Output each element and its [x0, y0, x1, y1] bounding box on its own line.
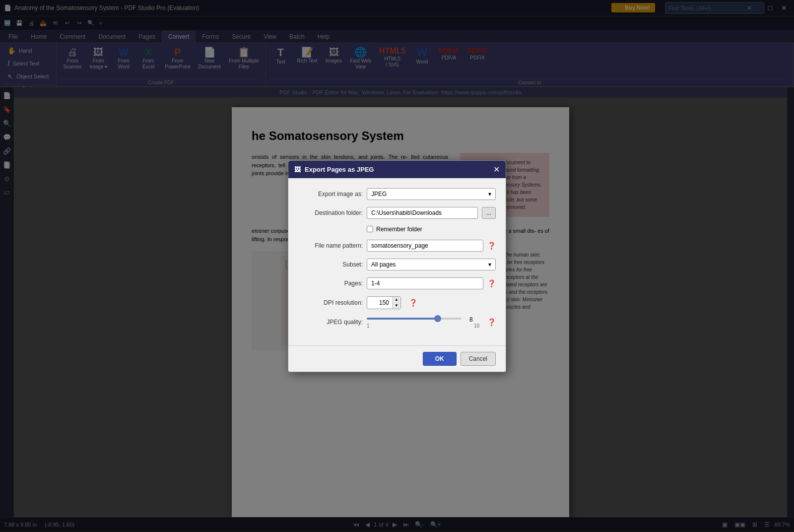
file-pattern-row: File name pattern: ❓ [298, 240, 496, 252]
pages-help-icon[interactable]: ❓ [487, 279, 496, 287]
pages-input[interactable] [367, 277, 483, 289]
dpi-help-icon[interactable]: ❓ [409, 299, 417, 307]
destination-folder-row: Destination folder: ... [298, 207, 496, 219]
subset-value: All pages [371, 261, 396, 268]
subset-dropdown[interactable]: All pages ▾ [367, 259, 496, 270]
export-format-row: Export image as: JPEG ▾ [298, 188, 496, 200]
cancel-button[interactable]: Cancel [461, 352, 496, 366]
export-format-dropdown[interactable]: JPEG ▾ [367, 188, 496, 200]
pages-label: Pages: [298, 280, 363, 287]
dpi-input-group: ▲ ▼ [367, 296, 401, 309]
remember-folder-label: Remember folder [376, 226, 422, 233]
file-pattern-help-icon[interactable]: ❓ [487, 242, 496, 250]
dialog-title: 🖼 Export Pages as JPEG [294, 166, 374, 173]
pages-row: Pages: ❓ [298, 277, 496, 289]
dpi-spinner: ▲ ▼ [392, 297, 400, 309]
file-pattern-input[interactable] [367, 240, 483, 252]
destination-label: Destination folder: [298, 209, 363, 216]
jpeg-quality-slider-fill [367, 318, 438, 320]
browse-button[interactable]: ... [482, 207, 496, 219]
dpi-label: DPI resolution: [298, 299, 363, 306]
dialog-icon: 🖼 [294, 166, 301, 173]
slider-min-label: 1 [367, 323, 370, 329]
dialog-title-text: Export Pages as JPEG [305, 166, 374, 173]
slider-labels: 1 10 [367, 323, 479, 329]
remember-folder-row: Remember folder [367, 226, 496, 233]
dialog-header: 🖼 Export Pages as JPEG ✕ [288, 161, 506, 178]
export-format-label: Export image as: [298, 191, 363, 198]
jpeg-quality-row: JPEG quality: 8 1 10 ❓ [298, 316, 496, 329]
jpeg-quality-label: JPEG quality: [298, 319, 363, 326]
dropdown-arrow-icon: ▾ [488, 191, 491, 198]
export-format-value: JPEG [371, 191, 387, 198]
remember-folder-checkbox[interactable] [367, 226, 373, 232]
jpeg-quality-slider-thumb[interactable] [434, 315, 441, 322]
slider-max-label: 10 [474, 323, 479, 329]
dialog-body: Export image as: JPEG ▾ Destination fold… [288, 178, 506, 345]
export-jpeg-dialog: 🖼 Export Pages as JPEG ✕ Export image as… [288, 160, 506, 372]
file-pattern-label: File name pattern: [298, 242, 363, 249]
destination-folder-input[interactable] [367, 207, 478, 219]
dpi-row: DPI resolution: ▲ ▼ ❓ [298, 296, 496, 309]
dialog-footer: OK Cancel [288, 345, 506, 372]
ok-button[interactable]: OK [423, 352, 457, 366]
quality-help-icon[interactable]: ❓ [487, 318, 496, 326]
dpi-increment-button[interactable]: ▲ [393, 297, 400, 303]
modal-overlay: 🖼 Export Pages as JPEG ✕ Export image as… [0, 0, 794, 532]
subset-row: Subset: All pages ▾ [298, 259, 496, 270]
dpi-input[interactable] [367, 297, 392, 308]
jpeg-quality-slider-container: 8 1 10 [367, 316, 479, 329]
dialog-close-button[interactable]: ✕ [493, 165, 500, 174]
jpeg-quality-slider-track[interactable] [367, 318, 462, 320]
dpi-decrement-button[interactable]: ▼ [393, 303, 400, 309]
subset-label: Subset: [298, 261, 363, 268]
jpeg-quality-value: 8 [469, 316, 479, 323]
subset-arrow-icon: ▾ [488, 261, 491, 268]
